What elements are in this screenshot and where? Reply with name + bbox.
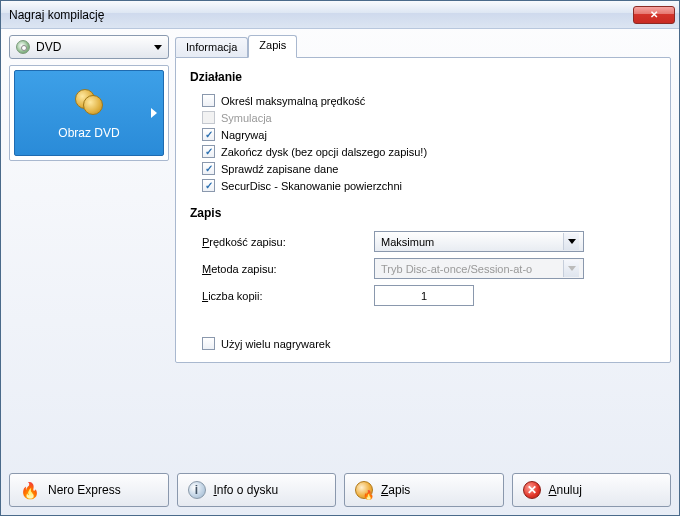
drive-label: DVD	[36, 40, 148, 54]
button-bar: 🔥 Nero Express i Info o dysku Zapis ✕ An…	[9, 465, 671, 507]
dialog-window: Nagraj kompilację ✕ DVD Ob	[0, 0, 680, 516]
disc-icon	[16, 40, 30, 54]
checkbox-row-securdisc: SecurDisc - Skanowanie powierzchni	[190, 177, 656, 194]
checkbox-row-simulation: Symulacja	[190, 109, 656, 126]
close-icon: ✕	[650, 9, 658, 20]
tab-info[interactable]: Informacja	[175, 37, 248, 57]
checkbox-max-speed[interactable]	[202, 94, 215, 107]
checkbox-label-multi-recorder: Użyj wielu nagrywarek	[221, 338, 330, 350]
chevron-down-icon	[154, 45, 162, 50]
cancel-icon: ✕	[523, 481, 541, 499]
left-column: DVD Obraz DVD	[9, 35, 169, 161]
burn-label: Zapis	[381, 483, 410, 497]
nero-flame-icon: 🔥	[20, 480, 40, 500]
checkbox-label-max-speed: Określ maksymalną prędkość	[221, 95, 365, 107]
nero-express-label: Nero Express	[48, 483, 121, 497]
select-write-speed[interactable]: Maksimum	[374, 231, 584, 252]
checkbox-simulation	[202, 111, 215, 124]
top-row: DVD Obraz DVD Informacja	[9, 35, 671, 465]
right-column: Informacja Zapis Działanie Określ maksym…	[175, 35, 671, 363]
section-write-title: Zapis	[190, 206, 656, 220]
checkbox-label-write: Nagrywaj	[221, 129, 267, 141]
tab-panel-burn: Działanie Określ maksymalną prędkość Sym…	[175, 57, 671, 363]
close-button[interactable]: ✕	[633, 6, 675, 24]
checkbox-write[interactable]	[202, 128, 215, 141]
checkbox-securdisc[interactable]	[202, 179, 215, 192]
disc-info-button[interactable]: i Info o dysku	[177, 473, 337, 507]
window-title: Nagraj kompilację	[9, 8, 104, 22]
tabbar: Informacja Zapis	[175, 35, 671, 57]
checkbox-verify[interactable]	[202, 162, 215, 175]
label-write-method: Metoda zapisu:	[202, 263, 362, 275]
cancel-label: Anuluj	[549, 483, 582, 497]
row-write-method: Metoda zapisu: Tryb Disc-at-once/Session…	[190, 255, 656, 282]
checkbox-label-finalize: Zakończ dysk (bez opcji dalszego zapisu!…	[221, 146, 427, 158]
select-write-method: Tryb Disc-at-once/Session-at-o	[374, 258, 584, 279]
project-panel: Obraz DVD	[9, 65, 169, 161]
checkbox-label-verify: Sprawdź zapisane dane	[221, 163, 338, 175]
select-write-speed-value: Maksimum	[381, 236, 434, 248]
info-disc-icon: i	[188, 481, 206, 499]
project-tile-dvd-image[interactable]: Obraz DVD	[14, 70, 164, 156]
checkbox-row-multi-recorder: Użyj wielu nagrywarek	[190, 335, 656, 352]
checkbox-row-write: Nagrywaj	[190, 126, 656, 143]
label-copies: Liczba kopii:	[202, 290, 362, 302]
checkbox-row-max-speed: Określ maksymalną prędkość	[190, 92, 656, 109]
input-copies[interactable]	[374, 285, 474, 306]
checkbox-finalize[interactable]	[202, 145, 215, 158]
titlebar: Nagraj kompilację ✕	[1, 1, 679, 29]
burn-icon	[355, 481, 373, 499]
burn-button[interactable]: Zapis	[344, 473, 504, 507]
content-area: DVD Obraz DVD Informacja	[1, 29, 679, 515]
disc-info-label: Info o dysku	[214, 483, 279, 497]
checkbox-row-verify: Sprawdź zapisane dane	[190, 160, 656, 177]
checkbox-label-simulation: Symulacja	[221, 112, 272, 124]
checkbox-row-finalize: Zakończ dysk (bez opcji dalszego zapisu!…	[190, 143, 656, 160]
arrow-right-icon	[151, 108, 157, 118]
project-tile-label: Obraz DVD	[58, 126, 119, 140]
nero-express-button[interactable]: 🔥 Nero Express	[9, 473, 169, 507]
select-write-method-value: Tryb Disc-at-once/Session-at-o	[381, 263, 532, 275]
row-copies: Liczba kopii:	[190, 282, 656, 309]
cancel-button[interactable]: ✕ Anuluj	[512, 473, 672, 507]
checkbox-multi-recorder[interactable]	[202, 337, 215, 350]
row-write-speed: Prędkość zapisu: Maksimum	[190, 228, 656, 255]
label-write-speed: Prędkość zapisu:	[202, 236, 362, 248]
tab-burn[interactable]: Zapis	[248, 35, 297, 58]
chevron-down-icon	[563, 233, 579, 250]
drive-select[interactable]: DVD	[9, 35, 169, 59]
section-action-title: Działanie	[190, 70, 656, 84]
checkbox-label-securdisc: SecurDisc - Skanowanie powierzchni	[221, 180, 402, 192]
dvd-image-icon	[72, 86, 106, 120]
chevron-down-icon	[563, 260, 579, 277]
